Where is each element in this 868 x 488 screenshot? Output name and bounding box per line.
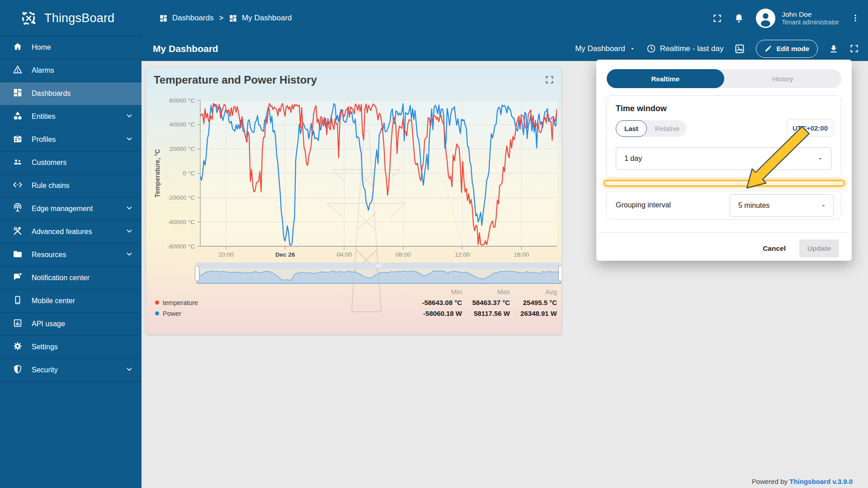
caret-down-icon [629, 46, 636, 52]
toolbar-actions: My Dashboard Realtime - last day Edit mo… [575, 36, 859, 61]
sidebar-item-label: Mobile center [32, 297, 133, 305]
tab-history[interactable]: History [724, 69, 842, 88]
sidebar-item-rule-chains[interactable]: Rule chains [0, 174, 142, 197]
user-menu[interactable]: John Doe Tenant administrator [756, 9, 839, 28]
time-window-button[interactable]: Realtime - last day [646, 44, 724, 53]
svg-text:0 °C: 0 °C [183, 170, 195, 177]
breadcrumb: Dashboards > My Dashboard [159, 0, 292, 36]
thingsboard-version-link[interactable]: Thingsboard v.3.9.0 [789, 478, 853, 485]
smartphone-icon [13, 295, 23, 307]
time-window-heading: Time window [616, 104, 667, 113]
legend-max-value: 58463.37 °C [462, 299, 510, 306]
sidebar-item-customers[interactable]: Customers [0, 151, 142, 174]
sidebar-item-label: Edge management [32, 205, 116, 213]
legend-avg-value: 26348.91 W [510, 310, 557, 317]
toggle-relative[interactable]: Relative [647, 120, 688, 137]
svg-text:20000 °C: 20000 °C [170, 145, 195, 152]
warning-icon [13, 65, 23, 76]
app-logo[interactable]: ThingsBoard [0, 0, 142, 36]
download-icon[interactable] [829, 44, 839, 54]
legend-series-power[interactable]: Power [155, 310, 412, 317]
sidebar-item-advanced-features[interactable]: Advanced features [0, 221, 142, 244]
interval-select[interactable]: 1 day [616, 147, 831, 170]
sidebar-item-home[interactable]: Home [0, 36, 142, 59]
caret-down-icon [817, 155, 824, 162]
series-color-dot [155, 311, 159, 315]
sidebar-item-label: Security [32, 366, 116, 374]
api-chart-icon [13, 318, 23, 330]
navigator-left-handle[interactable] [195, 266, 199, 281]
svg-text:-20000 °C: -20000 °C [167, 194, 195, 201]
avatar [756, 9, 775, 28]
top-header: ThingsBoard Dashboards > My Dashboard [0, 0, 868, 36]
dashboard-select[interactable]: My Dashboard [575, 44, 636, 53]
caret-down-icon [820, 202, 827, 209]
gear-icon [13, 341, 23, 353]
toggle-last[interactable]: Last [616, 120, 647, 137]
chart-legend: MinMaxAvgtemperature-58643.08 °C58463.37… [155, 288, 557, 317]
legend-header: Min [412, 288, 462, 296]
sidebar-item-settings[interactable]: Settings [0, 336, 142, 359]
sidebar-item-label: Profiles [32, 136, 116, 144]
sidebar-item-security[interactable]: Security [0, 359, 142, 382]
grouping-interval-select[interactable]: 5 minutes [730, 194, 834, 217]
breadcrumb-dashboards[interactable]: Dashboards [159, 14, 214, 23]
badge-icon [13, 134, 23, 145]
sidebar-item-entities[interactable]: Entities [0, 105, 142, 128]
realtime-history-tabs: Realtime History [607, 69, 841, 88]
more-vert-icon[interactable] [851, 14, 860, 23]
dashboard-image-icon[interactable] [734, 43, 745, 54]
legend-series-temperature[interactable]: temperature [155, 299, 412, 306]
edge-icon [13, 203, 23, 215]
svg-text:-40000 °C: -40000 °C [167, 219, 195, 225]
sidebar-item-label: Resources [32, 251, 116, 259]
edit-mode-button[interactable]: Edit mode [756, 40, 818, 58]
dashboard-icon [229, 14, 237, 23]
app-title: ThingsBoard [44, 11, 114, 25]
sidebar-item-label: Settings [32, 343, 133, 351]
dashboard-icon [13, 88, 23, 99]
sidebar-item-label: Notification center [32, 274, 133, 282]
user-info: John Doe Tenant administrator [782, 10, 839, 27]
sidebar-item-dashboards[interactable]: Dashboards [0, 82, 142, 105]
legend-avg-value: 25495.5 °C [510, 299, 557, 306]
update-button: Update [799, 239, 839, 258]
highlighted-hidden-row[interactable] [604, 180, 845, 187]
notification-icon [13, 272, 23, 284]
powered-by: Powered by Thingsboard v.3.9.0 [752, 478, 853, 485]
cancel-button[interactable]: Cancel [763, 244, 786, 253]
category-icon [13, 111, 23, 122]
navigator-right-handle[interactable] [559, 266, 562, 281]
svg-text:16:00: 16:00 [514, 251, 529, 258]
notifications-bell-icon[interactable] [734, 13, 744, 23]
fullscreen-icon[interactable] [849, 44, 859, 53]
chevron-down-icon [125, 250, 133, 260]
sidebar-item-resources[interactable]: Resources [0, 244, 142, 267]
folder-icon [13, 249, 23, 261]
tab-realtime[interactable]: Realtime [607, 69, 724, 88]
fullscreen-icon[interactable] [712, 14, 722, 23]
widget-title: Temperature and Power History [154, 74, 317, 86]
dashboard-icon [159, 14, 168, 23]
time-window-card: Time window Last Relative UTC+02:00 1 da… [606, 95, 841, 178]
widget-expand-icon[interactable] [545, 75, 554, 86]
sidebar-item-alarms[interactable]: Alarms [0, 59, 142, 82]
user-name: John Doe [782, 10, 839, 19]
grouping-interval-card: Grouping interval 5 minutes [606, 191, 841, 220]
sidebar-item-label: Dashboards [32, 89, 133, 98]
thingsboard-logo-icon [18, 8, 39, 28]
sidebar-item-edge-management[interactable]: Edge management [0, 197, 142, 221]
sidebar-item-mobile-center[interactable]: Mobile center [0, 290, 142, 313]
sidebar-item-profiles[interactable]: Profiles [0, 128, 142, 151]
svg-text:20:00: 20:00 [218, 251, 234, 258]
sidebar-item-api-usage[interactable]: API usage [0, 313, 142, 336]
chevron-down-icon [125, 227, 133, 237]
timezone-button[interactable]: UTC+02:00 [787, 119, 834, 137]
chart-widget: 60000 °C40000 °C20000 °C0 °C-20000 °C-40… [146, 68, 561, 334]
last-relative-toggle: Last Relative [616, 120, 686, 137]
svg-text:60000 °C: 60000 °C [170, 97, 195, 104]
sidebar-item-label: Rule chains [32, 182, 133, 190]
breadcrumb-my-dashboard[interactable]: My Dashboard [229, 14, 292, 23]
popup-divider [596, 232, 852, 233]
sidebar-item-notification-center[interactable]: Notification center [0, 267, 142, 290]
